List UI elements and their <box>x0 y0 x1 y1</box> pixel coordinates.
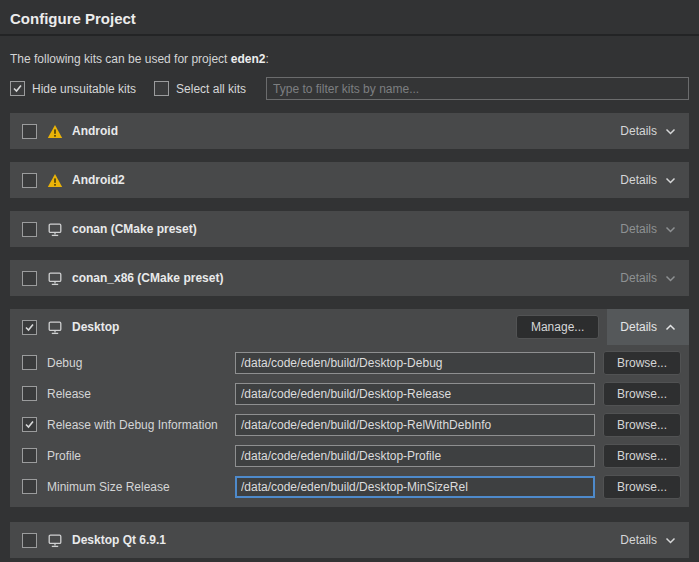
chevron-down-icon <box>665 128 676 135</box>
desktop-icon <box>47 533 63 548</box>
details-button[interactable]: Details <box>607 309 689 345</box>
kit-checkbox[interactable] <box>22 533 37 548</box>
config-label: Profile <box>47 449 81 463</box>
desktop-icon <box>47 320 63 335</box>
build-dir-input[interactable] <box>235 445 595 467</box>
browse-button[interactable]: Browse... <box>603 351 681 375</box>
chevron-down-icon <box>665 537 676 544</box>
browse-button[interactable]: Browse... <box>603 475 681 499</box>
kit-name: conan (CMake preset) <box>72 222 197 236</box>
kit-row-conan-x86[interactable]: conan_x86 (CMake preset) Details <box>10 260 689 296</box>
title-separator <box>0 34 699 36</box>
chevron-down-icon <box>665 177 676 184</box>
hide-unsuitable-kits-checkbox[interactable]: Hide unsuitable kits <box>10 81 136 96</box>
desktop-icon <box>47 222 63 237</box>
chevron-down-icon <box>665 226 676 233</box>
build-dir-input[interactable] <box>235 414 595 436</box>
desktop-icon <box>47 271 63 286</box>
details-button[interactable]: Details <box>607 113 689 149</box>
kit-filter-input[interactable] <box>266 77 689 100</box>
kit-checkbox[interactable] <box>22 173 37 188</box>
config-label: Release with Debug Information <box>47 418 218 432</box>
details-button[interactable]: Details <box>607 260 689 296</box>
kit-filter-toolbar: Hide unsuitable kits Select all kits <box>10 77 689 100</box>
browse-button[interactable]: Browse... <box>603 382 681 406</box>
build-dir-input[interactable] <box>235 383 595 405</box>
config-row-minsizerel: Minimum Size Release Browse... <box>10 471 689 502</box>
kit-row-android2[interactable]: Android2 Details <box>10 162 689 198</box>
config-row-profile: Profile Browse... <box>10 440 689 471</box>
kit-name: Desktop <box>72 320 119 334</box>
checkbox-unchecked-icon[interactable] <box>154 81 169 96</box>
config-checkbox[interactable] <box>22 355 37 370</box>
warning-icon <box>47 173 63 188</box>
kit-name: Android <box>72 124 118 138</box>
config-label: Release <box>47 387 91 401</box>
details-label: Details <box>620 222 657 236</box>
kit-checkbox[interactable] <box>22 222 37 237</box>
config-checkbox[interactable] <box>22 417 37 432</box>
details-label: Details <box>620 271 657 285</box>
intro-text: The following kits can be used for proje… <box>10 52 689 66</box>
manage-button[interactable]: Manage... <box>516 315 599 339</box>
details-label: Details <box>620 533 657 547</box>
warning-icon <box>47 124 63 139</box>
kit-checkbox[interactable] <box>22 124 37 139</box>
details-button[interactable]: Details <box>607 211 689 247</box>
config-label: Minimum Size Release <box>47 480 170 494</box>
kit-row-android[interactable]: Android Details <box>10 113 689 149</box>
config-checkbox[interactable] <box>22 386 37 401</box>
browse-button[interactable]: Browse... <box>603 413 681 437</box>
chevron-down-icon <box>665 275 676 282</box>
config-label: Debug <box>47 356 82 370</box>
details-label: Details <box>620 124 657 138</box>
config-row-release: Release Browse... <box>10 378 689 409</box>
details-button[interactable]: Details <box>607 162 689 198</box>
project-name: eden2 <box>231 52 266 66</box>
select-all-kits-label: Select all kits <box>176 82 246 96</box>
kit-name: conan_x86 (CMake preset) <box>72 271 223 285</box>
build-dir-input-focused[interactable] <box>235 476 595 498</box>
kit-list: Android Details Android2 Details <box>10 113 689 558</box>
details-label: Details <box>620 320 657 334</box>
details-label: Details <box>620 173 657 187</box>
config-row-relwithdebinfo: Release with Debug Information Browse... <box>10 409 689 440</box>
details-button[interactable]: Details <box>607 522 689 558</box>
config-checkbox[interactable] <box>22 448 37 463</box>
page-title: Configure Project <box>10 10 689 27</box>
kit-name: Desktop Qt 6.9.1 <box>72 533 166 547</box>
browse-button[interactable]: Browse... <box>603 444 681 468</box>
build-dir-input[interactable] <box>235 352 595 374</box>
kit-checkbox[interactable] <box>22 271 37 286</box>
kit-section-desktop: Desktop Manage... Details Debug Browse..… <box>10 309 689 507</box>
kit-row-desktop-qt[interactable]: Desktop Qt 6.9.1 Details <box>10 522 689 558</box>
kit-row-desktop[interactable]: Desktop Manage... Details <box>10 309 689 345</box>
config-row-debug: Debug Browse... <box>10 347 689 378</box>
checkbox-checked-icon[interactable] <box>10 81 25 96</box>
kit-row-conan[interactable]: conan (CMake preset) Details <box>10 211 689 247</box>
kit-name: Android2 <box>72 173 125 187</box>
hide-unsuitable-kits-label: Hide unsuitable kits <box>32 82 136 96</box>
chevron-up-icon <box>665 324 676 331</box>
config-checkbox[interactable] <box>22 479 37 494</box>
select-all-kits-checkbox[interactable]: Select all kits <box>154 81 246 96</box>
kit-checkbox[interactable] <box>22 320 37 335</box>
